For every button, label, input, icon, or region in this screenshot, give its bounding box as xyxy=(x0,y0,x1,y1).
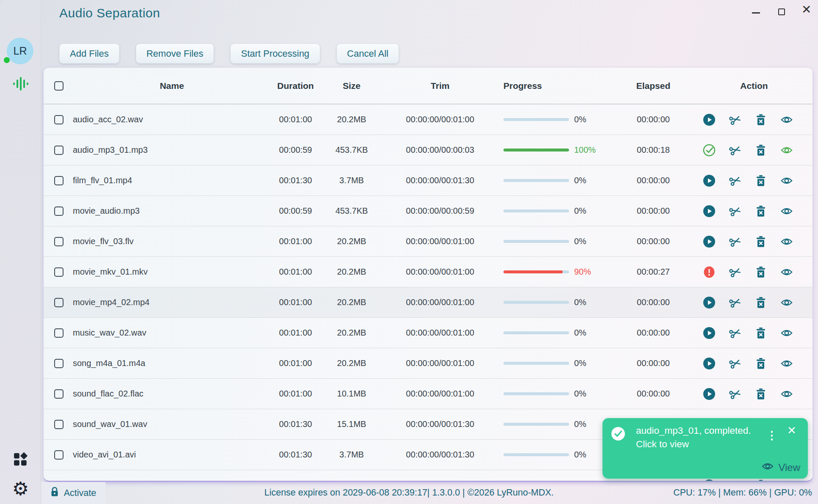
view-eye-icon[interactable] xyxy=(780,388,793,400)
play-icon[interactable] xyxy=(703,235,716,248)
play-icon[interactable] xyxy=(703,388,716,400)
row-checkbox[interactable] xyxy=(54,146,64,155)
view-eye-icon[interactable] xyxy=(780,144,793,157)
start-processing-button[interactable]: Start Processing xyxy=(230,44,320,63)
row-checkbox[interactable] xyxy=(54,450,64,460)
table-row[interactable]: movie_audio.mp3 00:00:59 453.7KB 00:00:0… xyxy=(44,196,812,226)
table-header: Name Duration Size Trim Progress Elapsed… xyxy=(44,68,812,104)
table-row[interactable]: movie_mkv_01.mkv 00:01:00 20.2MB 00:00:0… xyxy=(44,256,812,287)
table-row[interactable]: movie_mp4_02.mp4 00:01:00 20.2MB 00:00:0… xyxy=(44,287,812,317)
avatar[interactable]: LR xyxy=(7,38,33,64)
row-checkbox[interactable] xyxy=(54,420,64,429)
row-checkbox[interactable] xyxy=(54,359,64,368)
row-checkbox[interactable] xyxy=(54,115,64,124)
trim-scissors-icon[interactable] xyxy=(729,144,741,157)
delete-trash-icon[interactable] xyxy=(754,357,767,370)
cancel-all-button[interactable]: Cancel All xyxy=(337,44,399,63)
trim-scissors-icon[interactable] xyxy=(729,205,741,218)
progress-bar xyxy=(503,240,569,243)
delete-trash-icon[interactable] xyxy=(754,205,767,218)
view-eye-icon[interactable] xyxy=(780,266,793,278)
toast-view-label: View xyxy=(778,462,800,474)
close-icon[interactable]: ✕ xyxy=(801,4,811,16)
column-header-size: Size xyxy=(332,81,372,91)
row-checkbox[interactable] xyxy=(54,389,64,399)
view-eye-icon[interactable] xyxy=(780,205,793,218)
play-icon[interactable] xyxy=(703,296,716,309)
minimize-icon[interactable] xyxy=(752,12,760,14)
delete-trash-icon[interactable] xyxy=(754,174,767,187)
completed-check-icon xyxy=(703,144,716,157)
table-row[interactable]: song_m4a_01.m4a 00:01:00 20.2MB 00:00:00… xyxy=(44,348,812,378)
row-checkbox[interactable] xyxy=(54,237,64,246)
row-checkbox[interactable] xyxy=(54,207,64,216)
delete-trash-icon[interactable] xyxy=(754,266,767,278)
table-row[interactable]: audio_acc_02.wav 00:01:00 20.2MB 00:00:0… xyxy=(44,104,812,135)
progress-label: 0% xyxy=(574,358,586,368)
table-row[interactable]: audio_mp3_01.mp3 00:00:59 453.7KB 00:00:… xyxy=(44,135,812,165)
trim-scissors-icon[interactable] xyxy=(729,388,741,400)
view-eye-icon[interactable] xyxy=(780,357,793,370)
progress-bar xyxy=(503,149,569,151)
toast-menu-kebab-icon[interactable] xyxy=(768,431,775,441)
select-all-checkbox[interactable] xyxy=(54,81,64,91)
row-checkbox[interactable] xyxy=(54,298,64,307)
row-checkbox[interactable] xyxy=(54,176,64,185)
toast-close-icon[interactable]: ✕ xyxy=(787,425,796,436)
trim-scissors-icon[interactable] xyxy=(729,266,741,278)
delete-trash-icon[interactable] xyxy=(754,144,767,157)
trim-scissors-icon[interactable] xyxy=(729,479,741,482)
trim-scissors-icon[interactable] xyxy=(729,174,741,187)
trim-scissors-icon[interactable] xyxy=(729,327,741,339)
add-files-button[interactable]: Add Files xyxy=(59,44,119,63)
progress-bar xyxy=(503,301,569,304)
file-size: 10.1MB xyxy=(332,389,372,399)
trim-scissors-icon[interactable] xyxy=(729,357,741,370)
delete-trash-icon[interactable] xyxy=(754,113,767,126)
view-eye-icon[interactable] xyxy=(780,113,793,126)
delete-trash-icon[interactable] xyxy=(754,388,767,400)
delete-trash-icon[interactable] xyxy=(754,479,767,482)
play-icon[interactable] xyxy=(703,205,716,218)
trim-scissors-icon[interactable] xyxy=(729,113,741,126)
notification-toast[interactable]: audio_mp3_01, completed. Click to view ✕… xyxy=(602,418,808,479)
table-row[interactable]: movie_flv_03.flv 00:01:00 20.2MB 00:00:0… xyxy=(44,226,812,256)
view-eye-icon[interactable] xyxy=(780,479,793,482)
progress-bar xyxy=(503,270,569,273)
maximize-icon[interactable] xyxy=(778,8,785,15)
file-name: video_avi_01.avi xyxy=(67,450,260,460)
view-eye-icon[interactable] xyxy=(780,327,793,339)
delete-trash-icon[interactable] xyxy=(754,235,767,248)
play-icon[interactable] xyxy=(703,174,716,187)
file-duration: 00:01:30 xyxy=(260,450,332,460)
play-icon[interactable] xyxy=(703,113,716,126)
table-row[interactable]: music_wav_02.wav 00:01:00 20.2MB 00:00:0… xyxy=(44,317,812,348)
trim-scissors-icon[interactable] xyxy=(729,235,741,248)
audio-waveform-icon[interactable] xyxy=(0,75,41,93)
table-row[interactable]: film_flv_01.mp4 00:01:30 3.7MB 00:00:00/… xyxy=(44,165,812,196)
play-icon[interactable] xyxy=(703,357,716,370)
trim-scissors-icon[interactable] xyxy=(729,296,741,309)
table-row[interactable]: sound_flac_02.flac 00:01:00 10.1MB 00:00… xyxy=(44,378,812,409)
row-checkbox[interactable] xyxy=(54,328,64,338)
file-trim: 00:00:00/00:01:00 xyxy=(372,115,501,124)
modules-grid-icon[interactable] xyxy=(0,452,41,467)
delete-trash-icon[interactable] xyxy=(754,327,767,339)
view-eye-icon[interactable] xyxy=(780,235,793,248)
file-name: sound_flac_02.flac xyxy=(67,389,260,399)
file-elapsed: 00:00:00 xyxy=(598,115,696,124)
toast-view-button[interactable]: View xyxy=(761,462,800,474)
column-header-action: Action xyxy=(696,81,812,91)
play-icon[interactable] xyxy=(703,479,716,482)
file-trim: 00:00:00/00:01:00 xyxy=(372,237,501,246)
view-eye-icon[interactable] xyxy=(780,174,793,187)
file-name: sound_wav_01.wav xyxy=(67,419,260,429)
error-alert-icon[interactable] xyxy=(703,266,716,278)
play-icon[interactable] xyxy=(703,327,716,339)
row-checkbox[interactable] xyxy=(54,267,64,277)
view-eye-icon[interactable] xyxy=(780,296,793,309)
remove-files-button[interactable]: Remove Files xyxy=(136,44,214,63)
delete-trash-icon[interactable] xyxy=(754,296,767,309)
file-elapsed: 00:00:00 xyxy=(598,206,696,216)
file-trim: 00:00:00/00:01:00 xyxy=(372,358,501,368)
